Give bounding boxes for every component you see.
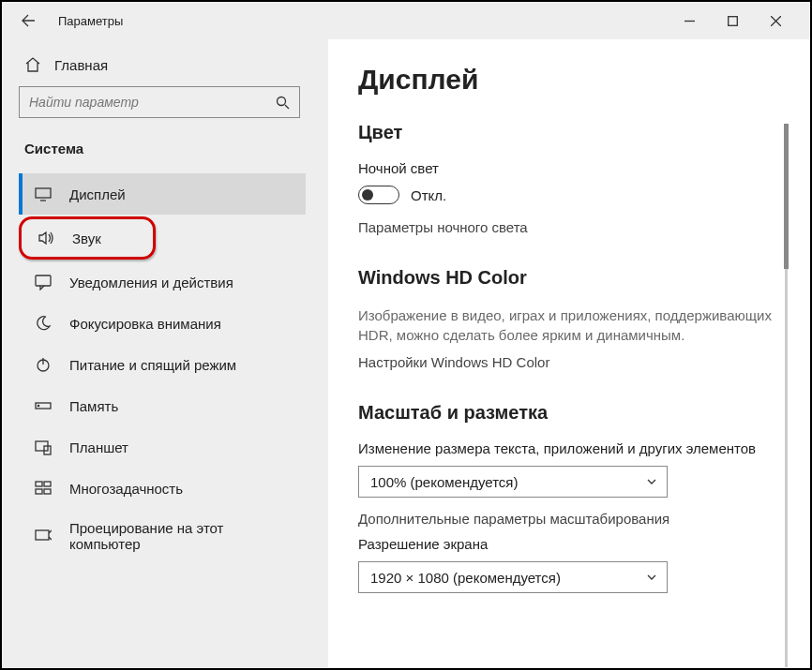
svg-rect-13: [36, 530, 49, 540]
sidebar-item-multitask[interactable]: Многозадачность: [19, 468, 306, 509]
svg-rect-9: [36, 482, 42, 486]
maximize-button[interactable]: [711, 6, 754, 36]
search-box[interactable]: [19, 86, 300, 118]
sidebar-item-label: Память: [69, 398, 118, 414]
section-color-heading: Цвет: [358, 122, 786, 143]
sidebar-item-label: Дисплей: [69, 186, 126, 202]
multitask-icon: [34, 479, 53, 498]
moon-icon: [34, 314, 53, 333]
sidebar-item-focus[interactable]: Фокусировка внимания: [19, 303, 306, 344]
svg-point-1: [277, 97, 285, 105]
night-light-settings-link[interactable]: Параметры ночного света: [358, 219, 786, 235]
sidebar-item-projecting[interactable]: Проецирование на этот компьютер: [19, 509, 306, 563]
svg-rect-12: [44, 489, 51, 494]
sidebar-item-label: Многозадачность: [69, 481, 183, 497]
scrollbar[interactable]: [785, 124, 788, 667]
sidebar-item-display[interactable]: Дисплей: [19, 173, 306, 215]
hd-desc: Изображение в видео, играх и приложениях…: [358, 305, 786, 345]
chevron-down-icon: [644, 474, 659, 489]
home-link[interactable]: Главная: [19, 49, 328, 86]
sidebar-item-notifications[interactable]: Уведомления и действия: [19, 261, 306, 303]
night-light-toggle[interactable]: [358, 186, 399, 204]
scale-label: Изменение размера текста, приложений и д…: [358, 440, 786, 456]
sidebar-item-label: Проецирование на этот компьютер: [69, 520, 296, 552]
category-title: Система: [19, 118, 328, 173]
back-button[interactable]: [15, 7, 41, 34]
hd-settings-link[interactable]: Настройки Windows HD Color: [358, 354, 786, 370]
home-icon: [24, 56, 41, 73]
sidebar: Главная Система Дисплей: [2, 39, 328, 668]
power-icon: [34, 355, 53, 374]
svg-point-6: [38, 405, 38, 406]
home-label: Главная: [54, 57, 108, 73]
sidebar-item-tablet[interactable]: Планшет: [19, 426, 306, 468]
sidebar-item-power[interactable]: Питание и спящий режим: [19, 344, 306, 385]
svg-rect-11: [36, 489, 42, 494]
scale-dropdown[interactable]: 100% (рекомендуется): [358, 466, 668, 498]
scale-value: 100% (рекомендуется): [370, 474, 644, 490]
sidebar-item-label: Планшет: [69, 439, 128, 455]
resolution-label: Разрешение экрана: [358, 536, 786, 552]
svg-rect-0: [728, 16, 737, 25]
window-title: Параметры: [58, 14, 123, 28]
sidebar-item-label: Фокусировка внимания: [69, 316, 221, 332]
advanced-scaling-link[interactable]: Дополнительные параметры масштабирования: [358, 511, 786, 527]
night-light-label: Ночной свет: [358, 160, 786, 176]
night-light-state: Откл.: [411, 187, 446, 203]
page-title: Дисплей: [358, 64, 786, 96]
sidebar-item-label: Уведомления и действия: [69, 275, 233, 290]
svg-rect-2: [36, 188, 51, 198]
main-panel: Дисплей Цвет Ночной свет Откл. Параметры…: [328, 39, 810, 668]
chevron-down-icon: [644, 570, 659, 585]
scrollbar-thumb[interactable]: [784, 124, 789, 269]
resolution-value: 1920 × 1080 (рекомендуется): [370, 570, 644, 586]
minimize-button[interactable]: [668, 6, 711, 36]
search-icon: [275, 95, 290, 110]
svg-rect-3: [36, 275, 51, 286]
sidebar-menu: Дисплей Звук Уведомления и действия: [19, 173, 328, 563]
chat-icon: [34, 273, 53, 291]
sidebar-item-storage[interactable]: Память: [19, 385, 306, 426]
sidebar-item-label: Звук: [72, 231, 101, 246]
svg-rect-10: [44, 482, 51, 486]
sidebar-item-label: Питание и спящий режим: [69, 357, 236, 373]
speaker-icon: [37, 229, 55, 247]
close-button[interactable]: [754, 6, 797, 36]
search-input[interactable]: [29, 95, 267, 110]
highlight-annotation: Звук: [19, 216, 156, 260]
storage-icon: [34, 396, 53, 415]
titlebar: Параметры: [2, 2, 810, 39]
project-icon: [34, 527, 53, 545]
resolution-dropdown[interactable]: 1920 × 1080 (рекомендуется): [358, 561, 668, 593]
monitor-icon: [34, 185, 53, 203]
section-scale-heading: Масштаб и разметка: [358, 402, 786, 424]
sidebar-item-sound[interactable]: Звук: [22, 219, 153, 257]
section-hd-heading: Windows HD Color: [358, 267, 786, 289]
tablet-icon: [34, 438, 53, 456]
